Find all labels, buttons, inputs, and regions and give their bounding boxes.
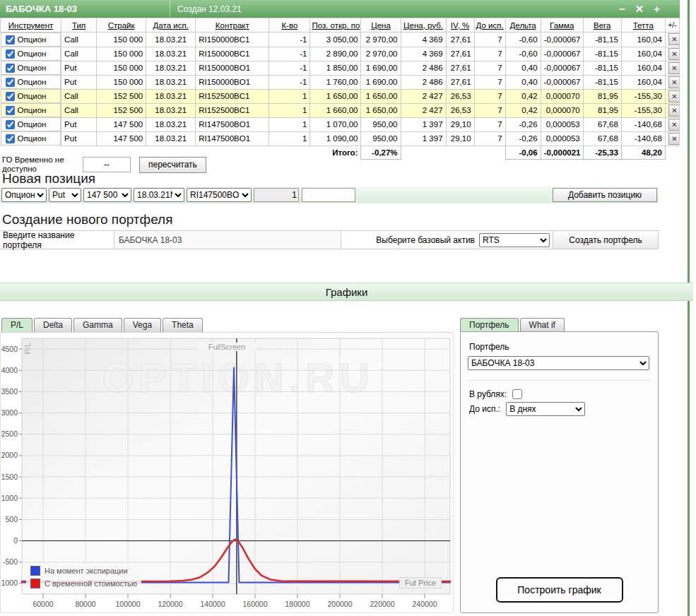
column-header-11[interactable]: Дельта: [505, 18, 541, 32]
cell-strike: 150 000: [97, 32, 146, 47]
cell-quantity[interactable]: 1: [269, 103, 310, 117]
margin-value-input[interactable]: [83, 157, 131, 172]
column-header-0[interactable]: Инструмент: [1, 18, 61, 32]
delete-row-icon[interactable]: ✕: [668, 33, 680, 45]
column-header-4[interactable]: Контракт: [196, 18, 269, 32]
column-header-12[interactable]: Гамма: [541, 18, 583, 32]
row-checkbox[interactable]: [6, 78, 15, 87]
legend-item-0[interactable]: На момент экспирации: [30, 564, 137, 577]
portfolio-name-input[interactable]: [114, 231, 341, 249]
panel-tab-1[interactable]: What if: [520, 318, 565, 332]
chart-tabs: P/LDeltaGammaVegaTheta: [1, 318, 203, 332]
table-row: ОпционPut147 50018.03.21RI147500BO111 09…: [1, 131, 680, 146]
instrument-label: Опцион: [18, 64, 47, 72]
quantity-input[interactable]: [254, 188, 299, 202]
column-header-5[interactable]: К-во: [269, 18, 310, 32]
add-icon[interactable]: +: [654, 4, 660, 14]
column-header-9[interactable]: IV, %: [446, 18, 474, 32]
column-header-8[interactable]: Цена, руб.: [401, 18, 446, 32]
row-checkbox[interactable]: [6, 64, 15, 73]
row-checkbox[interactable]: [6, 35, 15, 45]
cell-open-price[interactable]: 1 090,00: [310, 131, 361, 146]
panel-tab-0[interactable]: Портфель: [460, 318, 519, 332]
cell-gamma: -0,000067: [541, 61, 583, 75]
delete-row-icon[interactable]: ✕: [668, 48, 680, 60]
fullscreen-button[interactable]: FullScreen: [197, 343, 256, 351]
svg-text:4500: 4500: [1, 345, 18, 353]
open-price-input[interactable]: [302, 188, 355, 202]
cell-open-price[interactable]: 3 050,00: [310, 32, 361, 47]
cell-contract: RI147500BO1: [196, 117, 269, 131]
cell-instrument: Опцион: [1, 103, 61, 117]
cell-quantity[interactable]: -1: [269, 32, 310, 47]
close-icon[interactable]: ✕: [635, 4, 644, 14]
column-header-2[interactable]: Страйк: [97, 18, 146, 32]
cell-open-price[interactable]: 1 070,00: [310, 117, 361, 131]
column-header-6[interactable]: Поз. откр. по: [310, 18, 361, 32]
minimize-icon[interactable]: −: [619, 4, 625, 14]
cell-theta: 160,04: [621, 75, 665, 89]
cell-quantity[interactable]: -1: [269, 47, 310, 61]
row-checkbox[interactable]: [6, 120, 15, 129]
column-header-1[interactable]: Тип: [61, 18, 97, 32]
in-rub-checkbox[interactable]: [512, 389, 522, 399]
cell-vega: 67,68: [583, 117, 621, 131]
totals-vega: -25,33: [583, 146, 621, 159]
row-checkbox[interactable]: [6, 106, 15, 115]
expiry-select[interactable]: 18.03.21М: [134, 188, 184, 202]
cell-theta: 160,04: [621, 47, 665, 61]
cell-open-price[interactable]: 1 850,00: [310, 61, 361, 75]
delete-row-icon[interactable]: ✕: [668, 105, 680, 117]
cell-quantity[interactable]: 1: [269, 117, 310, 131]
cell-open-price[interactable]: 1 660,00: [310, 103, 361, 117]
portfolio-select[interactable]: БАБОЧКА 18-03: [468, 356, 649, 370]
row-checkbox[interactable]: [6, 49, 15, 59]
row-checkbox[interactable]: [6, 92, 15, 101]
base-asset-select[interactable]: RTS: [479, 233, 550, 247]
column-header-14[interactable]: Тетта: [621, 18, 665, 32]
legend-item-1[interactable]: С временной стоимостью: [30, 577, 137, 590]
delete-row-icon[interactable]: ✕: [668, 62, 680, 74]
chart-tab-3[interactable]: Vega: [124, 318, 161, 332]
delete-row-icon[interactable]: ✕: [668, 133, 680, 145]
days-select[interactable]: В днях: [506, 402, 585, 416]
cell-open-price[interactable]: 2 890,00: [310, 47, 361, 61]
cell-delta: 0,42: [505, 89, 541, 103]
cell-instrument: Опцион: [1, 89, 61, 103]
cell-quantity[interactable]: -1: [269, 61, 310, 75]
build-chart-button[interactable]: Построить график: [496, 577, 623, 603]
column-header-10[interactable]: До исп.: [474, 18, 505, 32]
recalculate-button[interactable]: пересчитать: [139, 157, 206, 173]
column-header-3[interactable]: Дата исп.: [146, 18, 196, 32]
chart-tab-0[interactable]: P/L: [1, 318, 33, 332]
svg-text:80000: 80000: [75, 600, 95, 608]
cell-quantity[interactable]: 1: [269, 89, 310, 103]
svg-text:140000: 140000: [200, 600, 225, 608]
cell-iv: 27,61: [446, 75, 474, 89]
instrument-select[interactable]: Опцион: [1, 188, 47, 202]
cell-open-price[interactable]: 1 650,00: [310, 89, 361, 103]
delete-row-icon[interactable]: ✕: [668, 119, 680, 131]
cell-strike: 152 500: [97, 89, 146, 103]
svg-text:1000: 1000: [1, 494, 18, 502]
cell-strike: 150 000: [97, 61, 146, 75]
chart-tab-4[interactable]: Theta: [163, 318, 203, 332]
chart-tab-2[interactable]: Gamma: [73, 318, 122, 332]
svg-text:OPTION.RU: OPTION.RU: [102, 355, 374, 401]
cell-quantity[interactable]: -1: [269, 75, 310, 89]
contract-select[interactable]: RI147500BO: [187, 188, 252, 202]
cell-open-price[interactable]: 1 760,00: [310, 75, 361, 89]
add-position-button[interactable]: Добавить позицию: [553, 188, 657, 202]
column-header-13[interactable]: Вега: [583, 18, 621, 32]
chart-tab-1[interactable]: Delta: [34, 318, 72, 332]
option-type-select[interactable]: Put: [49, 188, 81, 202]
delete-row-icon[interactable]: ✕: [668, 76, 680, 88]
cell-instrument: Опцион: [1, 32, 61, 47]
column-header-7[interactable]: Цена: [361, 18, 401, 32]
create-portfolio-button[interactable]: Создать портфель: [553, 231, 659, 249]
strike-select[interactable]: 147 500: [83, 188, 131, 202]
cell-quantity[interactable]: 1: [269, 131, 310, 146]
row-checkbox[interactable]: [6, 134, 15, 143]
delete-row-icon[interactable]: ✕: [668, 90, 680, 102]
svg-text:0: 0: [13, 536, 18, 545]
